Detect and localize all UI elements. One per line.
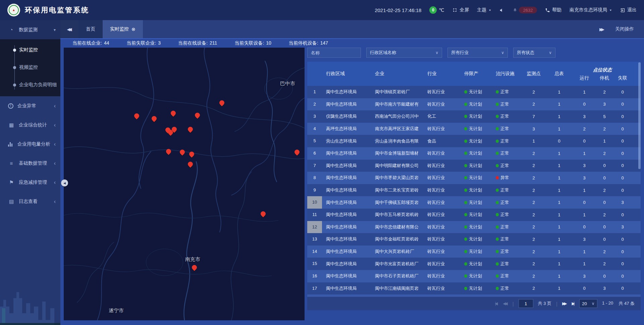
status-filter-select[interactable]: 所有状态 ∨ [513,48,555,58]
table-row[interactable]: 17阆中生态环境局阆中市江南镇阆南页岩砖瓦行业无计划正常21030 [307,282,641,295]
industry-filter-select[interactable]: 所有行业 ∨ [447,48,508,58]
theme-label: 主题 [477,7,486,13]
company-cell: 阆中市五马桥页岩机砖 [372,212,425,218]
sidebar-item-realtime-monitor[interactable]: 实时监控 [0,41,60,59]
org-dropdown[interactable]: 南充市生态环境局 ▼ [570,7,612,13]
sidebar-item-power-analysis[interactable]: 企业用电量分析 ‹ [0,134,60,154]
page-number-input[interactable] [519,299,533,308]
sidebar-item-log-view[interactable]: ▤ 日志查看 ‹ [0,192,60,211]
treatment-status-cell: 正常 [492,126,523,132]
table-row[interactable]: 14阆中生态环境局阆中大兴页岩机砖厂砖瓦行业无计划正常21120 [307,246,641,258]
table-row[interactable]: 9阆中生态环境局阆中市二龙长宝页岩砖砖瓦行业无计划正常21120 [307,184,641,197]
map-area[interactable]: 巴中市 南充市 遂宁市 [64,48,305,320]
status-dot-green [464,262,467,266]
stats-bar: 当前在线企业: 44 当前失联企业: 3 当前在线设备: 211 当前失联设备:… [60,39,644,48]
city-label-nanchong: 南充市 [185,256,200,263]
treatment-status-cell: 正常 [492,249,523,255]
company-cell: 南充市高坪区王家店建 [372,126,425,132]
region-cell: 阆中生态环境局 [322,285,372,291]
page-size-select[interactable]: 20 ∨ [579,299,597,308]
company-cell: 阆中市金福旺页岩机砖 [372,236,425,242]
sidebar-item-enterprise-statistics[interactable]: ▦ 企业综合统计 ‹ [0,115,60,134]
region-cell: 阆中生态环境局 [322,212,372,218]
fullscreen-label: 全屏 [460,7,469,13]
halted-count-cell: 2 [595,90,614,95]
industry-cell: 砖瓦行业 [425,175,460,181]
industry-cell: 砖瓦行业 [425,249,460,255]
table-row[interactable]: 11阆中生态环境局阆中市五马桥页岩机砖砖瓦行业无计划正常21120 [307,209,641,221]
table-scrollbar[interactable] [638,62,641,169]
production-limit-status-cell: 无计划 [460,212,492,218]
status-dot [496,140,499,143]
sidebar-item-data-monitoring[interactable]: ◔ 数据监测 ▾ [0,20,60,39]
bell-icon [513,8,518,13]
status-dot-green [464,176,467,179]
production-limit-status-cell: 无计划 [460,138,492,144]
sidebar-item-video-monitor[interactable]: 视频监控 [0,59,60,76]
phone-icon [545,8,550,13]
table-row[interactable]: 16阆中生态环境局阆中市石子页岩机砖厂砖瓦行业无计划正常21300 [307,270,641,282]
industry-cell: 砖瓦行业 [425,200,460,206]
meters-cell: 1 [545,237,574,242]
monitor-points-cell: 2 [523,274,545,279]
monitor-points-cell: 2 [523,102,545,107]
sidebar-item-enterprise-exception[interactable]: ! 企业异常 ‹ [0,96,60,115]
running-count-cell: 1 [574,249,595,254]
table-row[interactable]: 3仪陇生态环境局西南油气田分公司川中化工无计划正常71350 [307,110,641,123]
status-dot-green [464,127,467,130]
theme-dropdown[interactable]: 主题 ▼ [477,7,491,13]
table-row[interactable]: 2阆中生态环境局阆中市南方节能建材有砖瓦行业无计划正常21030 [307,98,641,111]
treatment-status-cell: 正常 [492,261,523,267]
last-page-button[interactable]: ▶| [572,301,574,306]
sidebar-item-emergency-reduction[interactable]: ⚑ 应急减排管理 ‹ [0,173,60,192]
prev-page-button[interactable]: ◀◀ [503,301,507,306]
logout-button[interactable]: 退出 [620,7,637,13]
name-search-input[interactable] [307,48,361,58]
content-area: 当前在线企业: 44 当前失联企业: 3 当前在线设备: 211 当前失联设备:… [60,39,644,325]
industry-cell: 食品 [425,138,460,144]
close-icon[interactable]: ⊗ [131,26,136,32]
help-button[interactable]: 帮助 [545,7,561,13]
table-row[interactable]: 13阆中生态环境局阆中市金福旺页岩机砖砖瓦行业无计划正常21300 [307,233,641,246]
stat-offline-enterprises: 当前失联企业: 3 [126,40,161,46]
treatment-status-cell: 正常 [492,101,523,107]
next-page-button[interactable]: ▶▶ [562,301,567,306]
notifications-button[interactable]: 2632 [513,7,537,13]
mute-button[interactable] [499,8,504,13]
table-row[interactable]: 12阆中生态环境局阆中市忠信建材有限公砖瓦行业无计划正常21003 [307,221,641,233]
logo-mark: ▲ [12,8,15,12]
table-row[interactable]: 4高坪生态环境局南充市高坪区王家店建砖瓦行业无计划正常31220 [307,123,641,135]
sidebar-item-power-load-detail[interactable]: 企业电力负荷明细 [0,76,60,94]
first-page-button[interactable]: |◀ [495,301,498,306]
statistics-board-icon: ▦ [8,122,15,128]
fullscreen-button[interactable]: 全屏 [452,7,469,13]
disconnected-count-cell: 0 [614,249,631,254]
table-row[interactable]: 7阆中生态环境局阆中明阳建材有限公司砖瓦行业无计划正常21300 [307,160,641,172]
running-count-cell: 0 [574,286,595,291]
table-row[interactable]: 8阆中生态环境局阆中市枣碧大梁山页岩砖瓦行业无计划异常21300 [307,172,641,184]
production-limit-status-cell: 无计划 [460,113,492,119]
table-row[interactable]: 1阆中生态环境局阆中强锐页岩砖厂砖瓦行业无计划正常21120 [307,86,641,98]
skyline-decoration [0,275,60,325]
sidebar-item-base-data[interactable]: ≡ 基础数据管理 ‹ [0,154,60,173]
table-row[interactable]: 10阆中生态环境局阆中千佛镇五郎垭页岩砖瓦行业无计划正常21003 [307,196,641,209]
chevron-down-icon: ∨ [501,50,504,55]
sidebar-collapse-button[interactable]: ◀ [61,179,68,186]
table-row[interactable]: 5营山生态环境局营山县润丰肉食品有限食品无计划正常10010 [307,135,641,147]
treatment-status-cell: 正常 [492,273,523,279]
tab-scroll-left-button[interactable]: ◀◀ [60,20,78,38]
company-cell: 阆中千佛镇五郎垭页岩 [372,200,425,206]
close-operations-button[interactable]: 关闭操作 [615,26,634,32]
table-row[interactable]: 6阆中生态环境局阆中市金博瑞新型墙材砖瓦行业无计划正常21120 [307,147,641,160]
sidebar-item-label: 企业异常 [17,103,36,109]
region-filter-select[interactable]: 行政区域名称 ∨ [366,48,442,58]
region-cell: 阆中生态环境局 [322,150,372,156]
tab-home[interactable]: 首页 [78,20,103,38]
tab-scroll-right-button[interactable]: ▶▶ [599,27,604,32]
treatment-status-cell: 异常 [492,175,523,181]
data-monitoring-icon: ◔ [8,27,15,33]
tab-label: 实时监控 [110,26,129,32]
tab-realtime-monitor[interactable]: 实时监控 ⊗ [103,20,143,38]
table-row[interactable]: 15阆中生态环境局阆中市光富页岩机砖厂砖瓦行业无计划正常21120 [307,258,641,270]
status-dot-green [464,164,467,167]
